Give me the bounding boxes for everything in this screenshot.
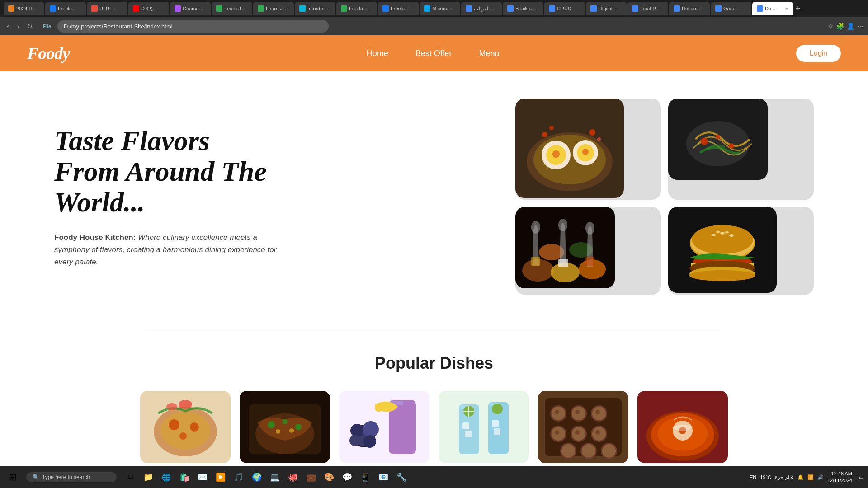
dish-card-2[interactable] [240,391,330,463]
nav-home[interactable]: Home [367,49,388,58]
svg-point-80 [492,404,503,414]
svg-point-56 [268,421,275,428]
tab-finalp[interactable]: Final-P... [627,2,668,15]
tab-crud[interactable]: CRUD [544,2,585,15]
tab-active-do[interactable]: Do... ✕ [752,2,793,15]
extensions-icon[interactable]: 🧩 [836,23,844,30]
svg-point-99 [575,430,580,435]
hero-image-burger [668,207,814,295]
bookmark-icon[interactable]: ☆ [828,23,834,30]
svg-rect-70 [439,391,529,463]
tab-learnj1[interactable]: Learn J... [212,2,252,15]
tab-freela1[interactable]: Freela... [45,2,86,15]
hero-section: Taste Flavors From Around The World... F… [0,71,868,331]
tab-favicon [341,5,347,12]
dish-card-4[interactable] [439,391,529,463]
tab-black[interactable]: Black a... [503,2,543,15]
svg-point-24 [531,221,540,234]
svg-rect-29 [585,257,594,266]
tab-close-icon[interactable]: ✕ [785,6,788,11]
tab-label: UI UI... [99,6,115,11]
tab-2024h[interactable]: 2024 H... [4,2,44,15]
svg-point-96 [555,430,559,435]
tab-templates[interactable]: القوالب... [461,2,502,15]
site-header: Foody Home Best Offer Menu Login [0,35,868,71]
svg-point-52 [166,403,177,410]
svg-point-93 [595,410,600,414]
svg-point-59 [276,429,280,434]
dish-card-3[interactable] [339,391,429,463]
login-button[interactable]: Login [796,45,841,62]
tab-oars[interactable]: Oars... [711,2,751,15]
new-tab-button[interactable]: + [796,4,801,14]
svg-point-66 [350,424,364,437]
svg-rect-76 [465,431,472,437]
forward-button[interactable]: › [15,22,22,31]
dish-image-2 [240,391,330,463]
tab-freela3[interactable]: Freela... [378,2,419,15]
svg-point-33 [692,225,753,254]
tab-digital[interactable]: Digital... [586,2,627,15]
svg-point-108 [602,444,616,458]
svg-point-26 [585,222,594,235]
settings-icon[interactable]: ⋯ [857,23,863,30]
dish-card-6[interactable] [637,391,728,463]
svg-point-38 [725,231,729,234]
tab-intro[interactable]: Introdu... [295,2,335,15]
dish-image-4 [439,391,529,463]
svg-point-102 [595,430,600,435]
tab-label: CRUD [557,6,571,11]
svg-point-16 [589,129,595,136]
tab-label: Introdu... [307,6,327,11]
popular-dishes-title: Popular Dishes [36,354,832,373]
svg-point-69 [363,435,376,448]
tab-course[interactable]: Course... [170,2,211,15]
dish-card-1[interactable] [140,391,231,463]
dish-card-5[interactable] [538,391,628,463]
svg-point-44 [689,270,755,281]
svg-point-51 [179,400,192,409]
hero-subtitle: Foody House Kitchen: Where culinary exce… [54,231,280,268]
svg-point-106 [582,444,595,458]
svg-point-87 [555,410,559,414]
dishes-grid [36,391,832,463]
tab-youtube[interactable]: (262)... [128,2,169,15]
svg-point-58 [282,419,288,424]
nav-menu[interactable]: Menu [479,49,499,58]
site-nav: Home Best Offer Menu [367,49,500,58]
profile-icon[interactable]: 👤 [847,23,854,30]
svg-point-37 [716,231,720,233]
svg-point-48 [169,419,179,430]
svg-rect-75 [462,422,469,429]
tab-favicon [50,5,56,12]
dish-image-1 [140,391,231,463]
file-protocol-label: File [40,23,54,30]
tab-favicon [590,5,597,12]
tab-microsoft[interactable]: Micros... [420,2,460,15]
reload-button[interactable]: ↻ [25,22,35,31]
tab-ui[interactable]: UI UI... [87,2,127,15]
tab-docum[interactable]: Docum... [669,2,710,15]
tab-label: Freela... [349,6,367,11]
address-bar-input[interactable] [57,20,329,33]
tab-freela2[interactable]: Freela... [336,2,377,15]
hero-images [515,99,814,295]
svg-point-68 [349,435,360,446]
svg-point-4 [716,135,720,139]
svg-point-49 [190,422,199,432]
tab-label: Do... [765,6,775,11]
tab-label: (262)... [141,6,157,11]
browser-actions: ☆ 🧩 👤 ⋯ [828,23,863,30]
svg-point-57 [295,424,302,430]
back-button[interactable]: ‹ [5,22,11,31]
tab-learnj2[interactable]: Learn J... [253,2,294,15]
svg-point-50 [179,432,187,440]
nav-best-offer[interactable]: Best Offer [415,49,452,58]
popular-dishes-section: Popular Dishes [0,331,868,463]
site-logo: Foody [27,43,70,63]
svg-point-35 [720,232,725,235]
tab-favicon [216,5,222,12]
hero-brand: Foody House Kitchen: [54,233,136,242]
hero-title: Taste Flavors From Around The World... [54,125,280,218]
browser-address-bar: ‹ › ↻ File ☆ 🧩 👤 ⋯ [0,17,868,35]
